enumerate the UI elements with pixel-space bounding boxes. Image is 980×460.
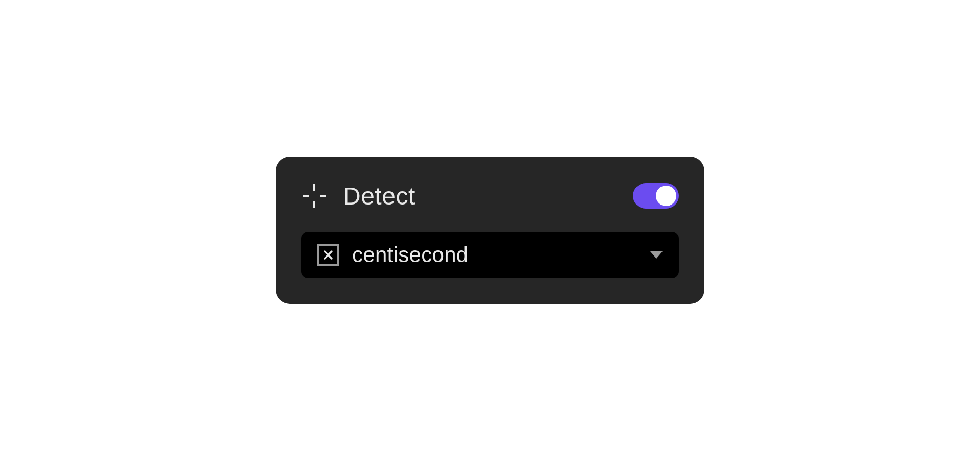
x-box-icon: [317, 244, 339, 266]
panel-header: Detect: [301, 182, 679, 210]
panel-header-left: Detect: [301, 182, 415, 210]
chevron-down-icon: [650, 251, 663, 259]
dropdown-left: centisecond: [317, 243, 468, 267]
toggle-knob: [656, 186, 676, 206]
unit-dropdown[interactable]: centisecond: [301, 232, 679, 278]
detect-panel: Detect centisecond: [276, 157, 704, 304]
detect-toggle[interactable]: [633, 183, 679, 209]
dropdown-selected-value: centisecond: [352, 243, 468, 267]
crosshair-icon: [301, 183, 328, 209]
panel-title: Detect: [343, 182, 415, 210]
